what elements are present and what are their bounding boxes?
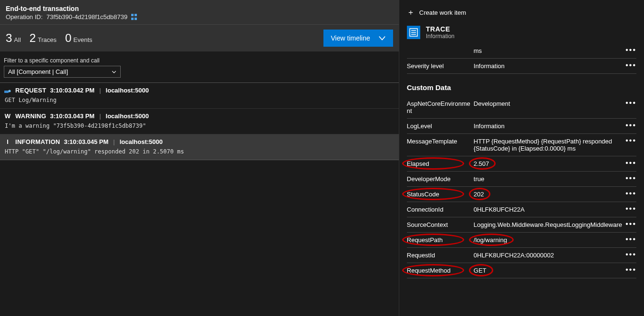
events-container: REQUEST3:10:03.042 PM|localhost:5000GET … bbox=[0, 83, 399, 160]
prop-key: RequestPath bbox=[407, 236, 474, 244]
prop-key: ConnectionId bbox=[407, 206, 474, 213]
prop-row: RequestMethodGET••• bbox=[407, 263, 636, 278]
more-actions-icon[interactable]: ••• bbox=[625, 205, 636, 213]
prop-row: StatusCode202••• bbox=[407, 187, 636, 202]
chevron-down-icon bbox=[379, 35, 385, 41]
count-all-num: 3 bbox=[6, 31, 12, 45]
trace-title: TRACE bbox=[426, 25, 455, 33]
count-all[interactable]: 3 All bbox=[6, 31, 21, 45]
event-time: 3:10:03.045 PM bbox=[64, 138, 108, 145]
prop-value: HTTP {RequestMethod} {RequestPath} respo… bbox=[474, 138, 636, 152]
prop-key: Elapsed bbox=[407, 160, 474, 167]
prop-value: 0HLFK8UFCH22A bbox=[474, 206, 636, 213]
more-actions-icon[interactable]: ••• bbox=[625, 61, 636, 69]
event-host: localhost:5000 bbox=[120, 138, 163, 145]
plus-icon: ＋ bbox=[407, 8, 415, 18]
more-actions-icon[interactable]: ••• bbox=[625, 174, 636, 182]
trace-title-block: TRACE Information bbox=[426, 25, 455, 40]
count-traces[interactable]: 2 Traces bbox=[30, 31, 57, 45]
prop-key: SourceContext bbox=[407, 221, 474, 228]
prop-row: LogLevelInformation••• bbox=[407, 119, 636, 134]
prop-value: ms bbox=[474, 47, 636, 54]
prop-key: DeveloperMode bbox=[407, 175, 474, 183]
count-traces-label: Traces bbox=[38, 36, 56, 43]
prop-row: Elapsed2.507••• bbox=[407, 156, 636, 172]
prop-value: 202 bbox=[474, 191, 636, 198]
event-body: HTTP "GET" "/log/warning" responded 202 … bbox=[4, 148, 395, 155]
prop-row: RequestId0HLFK8UFCH22A:00000002••• bbox=[407, 248, 636, 263]
svg-rect-0 bbox=[4, 91, 9, 93]
more-actions-icon[interactable]: ••• bbox=[625, 99, 636, 107]
count-events-num: 0 bbox=[65, 31, 71, 45]
filter-section: Filter to a specific component and call … bbox=[0, 51, 399, 83]
separator: | bbox=[113, 138, 114, 145]
event-head: WWARNING3:10:03.043 PM|localhost:5000 bbox=[4, 112, 395, 120]
prop-value: Development bbox=[474, 100, 636, 107]
letter-icon: W bbox=[4, 113, 11, 120]
details-scroll[interactable]: ms•••Severity levelInformation••• Custom… bbox=[399, 42, 644, 316]
more-actions-icon[interactable]: ••• bbox=[625, 235, 636, 243]
event-head: IINFORMATION3:10:03.045 PM|localhost:500… bbox=[4, 138, 395, 145]
event-body: GET Log/Warning bbox=[4, 97, 395, 103]
count-all-label: All bbox=[14, 36, 21, 43]
count-events[interactable]: 0 Events bbox=[65, 31, 92, 45]
event-type: INFORMATION bbox=[15, 138, 60, 145]
event-host: localhost:5000 bbox=[106, 112, 149, 120]
filter-select[interactable]: All [Component | Call] bbox=[4, 66, 121, 78]
more-actions-icon[interactable]: ••• bbox=[625, 122, 636, 129]
prop-key: RequestMethod bbox=[407, 267, 474, 274]
event-row[interactable]: REQUEST3:10:03.042 PM|localhost:5000GET … bbox=[0, 83, 399, 109]
event-body: I'm a warning "73f5b390-4d2198f1c5db8739… bbox=[4, 122, 395, 129]
top-prop-list: ms•••Severity levelInformation••• bbox=[399, 43, 644, 74]
request-icon bbox=[4, 87, 11, 94]
event-type: REQUEST bbox=[15, 87, 46, 94]
right-panel: ＋ Create work item TRACE Information ms•… bbox=[399, 0, 644, 316]
trace-icon bbox=[407, 26, 420, 39]
event-head: REQUEST3:10:03.042 PM|localhost:5000 bbox=[4, 87, 395, 94]
chevron-down-icon bbox=[112, 70, 116, 74]
left-panel: End-to-end transaction Operation ID: 73f… bbox=[0, 0, 399, 316]
letter-icon: I bbox=[4, 139, 11, 145]
prop-row: ConnectionId0HLFK8UFCH22A••• bbox=[407, 202, 636, 217]
more-actions-icon[interactable]: ••• bbox=[625, 159, 636, 167]
more-actions-icon[interactable]: ••• bbox=[625, 251, 636, 258]
prop-key: MessageTemplate bbox=[407, 138, 474, 145]
prop-value: 2.507 bbox=[474, 160, 636, 167]
prop-row: AspNetCoreEnvironmentDevelopment••• bbox=[407, 96, 636, 119]
separator: | bbox=[99, 87, 101, 94]
filter-label: Filter to a specific component and call bbox=[4, 57, 395, 64]
prop-row: MessageTemplateHTTP {RequestMethod} {Req… bbox=[407, 134, 636, 156]
page-title: End-to-end transaction bbox=[6, 5, 393, 12]
event-type: WARNING bbox=[15, 112, 46, 120]
event-time: 3:10:03.043 PM bbox=[50, 112, 94, 120]
svg-point-1 bbox=[9, 90, 11, 92]
more-actions-icon[interactable]: ••• bbox=[625, 266, 636, 274]
more-actions-icon[interactable]: ••• bbox=[625, 46, 636, 54]
count-events-label: Events bbox=[73, 36, 93, 43]
prop-row: ms••• bbox=[407, 43, 636, 59]
prop-row: RequestPath/log/warning••• bbox=[407, 233, 636, 248]
prop-value: Information bbox=[474, 122, 636, 130]
prop-value: 0HLFK8UFCH22A:00000002 bbox=[474, 252, 636, 259]
grid-icon[interactable] bbox=[131, 14, 138, 20]
prop-key: LogLevel bbox=[407, 122, 474, 130]
trace-subtitle: Information bbox=[426, 33, 455, 40]
prop-value: /log/warning bbox=[474, 236, 636, 244]
event-time: 3:10:03.042 PM bbox=[50, 87, 94, 94]
prop-value: true bbox=[474, 175, 636, 183]
count-traces-num: 2 bbox=[30, 31, 36, 45]
custom-data-heading: Custom Data bbox=[399, 74, 644, 95]
prop-key: Severity level bbox=[407, 62, 474, 70]
view-timeline-button[interactable]: View timeline bbox=[323, 30, 393, 47]
event-row[interactable]: WWARNING3:10:03.043 PM|localhost:5000I'm… bbox=[0, 109, 399, 134]
event-host: localhost:5000 bbox=[106, 87, 149, 94]
event-row[interactable]: IINFORMATION3:10:03.045 PM|localhost:500… bbox=[0, 134, 399, 160]
prop-value: GET bbox=[474, 267, 636, 274]
more-actions-icon[interactable]: ••• bbox=[625, 220, 636, 228]
prop-row: Severity levelInformation••• bbox=[407, 59, 636, 74]
create-work-item-button[interactable]: ＋ Create work item bbox=[399, 0, 644, 25]
prop-key: RequestId bbox=[407, 252, 474, 259]
more-actions-icon[interactable]: ••• bbox=[625, 137, 636, 144]
create-work-label: Create work item bbox=[419, 9, 466, 16]
more-actions-icon[interactable]: ••• bbox=[625, 190, 636, 197]
